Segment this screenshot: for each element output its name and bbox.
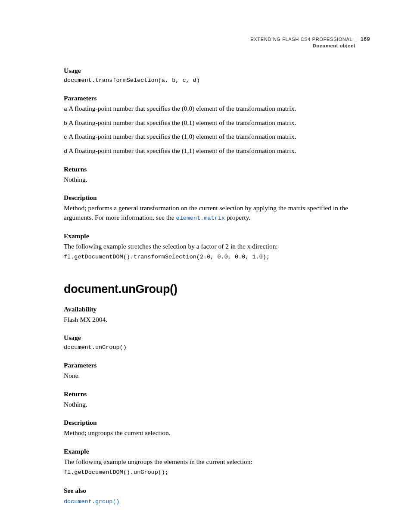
description-label: Description <box>64 194 370 202</box>
param-d-name: d <box>64 148 67 155</box>
returns-text: Nothing. <box>64 175 370 184</box>
usage-code: document.transformSelection(a, b, c, d) <box>64 76 370 85</box>
description-text-2: Method; ungroups the current selection. <box>64 428 370 438</box>
param-c-name: c <box>64 134 67 140</box>
parameters-text-2: None. <box>64 371 370 380</box>
availability-label: Availability <box>64 305 370 313</box>
usage-code-2: document.unGroup() <box>64 343 370 352</box>
usage-label-2: Usage <box>64 334 370 342</box>
param-d-desc: A floating-point number that specifies t… <box>67 147 296 154</box>
usage-label: Usage <box>64 67 370 75</box>
returns-label: Returns <box>64 165 370 173</box>
page-number: 169 <box>361 36 370 42</box>
param-d: d A floating-point number that specifies… <box>64 146 370 156</box>
example-text: The following example stretches the sele… <box>64 242 370 251</box>
element-matrix-link[interactable]: element.matrix <box>176 215 225 221</box>
content: Usage document.transformSelection(a, b, … <box>64 67 370 506</box>
document-group-link[interactable]: document.group() <box>64 498 120 505</box>
example-text-2: The following example ungroups the eleme… <box>64 457 370 467</box>
desc-post: property. <box>225 214 250 221</box>
example-label-2: Example <box>64 448 370 455</box>
param-a-name: a <box>64 106 67 112</box>
see-also-links: document.group() <box>64 496 370 506</box>
see-also-label: See also <box>64 487 370 495</box>
parameters-label-2: Parameters <box>64 361 370 369</box>
param-a-desc: A floating-point number that specifies t… <box>67 105 296 112</box>
page: EXTENDING FLASH CS4 PROFESSIONAL 169 Doc… <box>0 0 411 532</box>
returns-label-2: Returns <box>64 390 370 398</box>
running-header: EXTENDING FLASH CS4 PROFESSIONAL 169 Doc… <box>250 36 370 48</box>
param-c: c A floating-point number that specifies… <box>64 132 370 142</box>
example-label: Example <box>64 232 370 240</box>
param-c-desc: A floating-point number that specifies t… <box>67 133 296 140</box>
header-line1: EXTENDING FLASH CS4 PROFESSIONAL 169 <box>250 36 370 42</box>
param-a: a A floating-point number that specifies… <box>64 104 370 114</box>
param-b-desc: A floating-point number that specifies t… <box>67 119 296 126</box>
description-text: Method; performs a general transformatio… <box>64 203 370 223</box>
param-b: b A floating-point number that specifies… <box>64 118 370 128</box>
example-code: fl.getDocumentDOM().transformSelection(2… <box>64 253 370 261</box>
header-section: Document object <box>250 43 370 48</box>
method-heading-ungroup: document.unGroup() <box>64 283 370 296</box>
param-b-name: b <box>64 120 67 127</box>
returns-text-2: Nothing. <box>64 400 370 409</box>
example-code-2: fl.getDocumentDOM().unGroup(); <box>64 468 370 477</box>
availability-text: Flash MX 2004. <box>64 315 370 324</box>
header-title: EXTENDING FLASH CS4 PROFESSIONAL <box>250 37 356 42</box>
parameters-label: Parameters <box>64 94 370 102</box>
description-label-2: Description <box>64 419 370 426</box>
